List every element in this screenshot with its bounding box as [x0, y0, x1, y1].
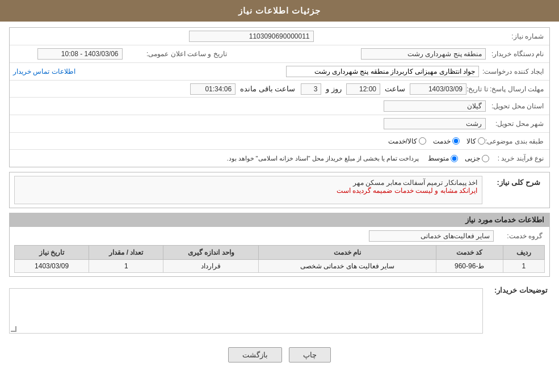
row-shahr: شهر محل تحویل:: [10, 115, 549, 133]
saat-input[interactable]: [346, 83, 380, 95]
mohlat-inputs: ساعت روز و ساعت باقی مانده: [190, 83, 466, 95]
tarikh-elaan-label: تاریخ و ساعت اعلان عمومی:: [146, 50, 229, 58]
row-nam-dastgah: نام دستگاه خریدار: تاریخ و ساعت اعلان عم…: [10, 45, 549, 63]
row-ijad-konande: ایجاد کننده درخواست: اطلاعات تماس خریدار: [10, 63, 549, 81]
print-button[interactable]: چاپ: [289, 347, 331, 363]
tosih-box[interactable]: [9, 288, 483, 334]
col-nam: نام خدمت: [259, 246, 436, 260]
tabaqe-kala-khedmat: کالا/خدمت: [388, 137, 426, 145]
buyer-desc-row: توضیحات خریدار:: [9, 281, 550, 340]
tabaqe-label: طبقه بندی موضوعی:: [485, 137, 546, 145]
tabaqe-khedmat-label: خدمت: [433, 137, 451, 145]
mande-input[interactable]: [190, 83, 236, 95]
col-kod: کد خدمت: [436, 246, 503, 260]
row-ostan: استان محل تحویل:: [10, 98, 549, 115]
farayand-motavaset-radio[interactable]: [451, 155, 458, 162]
mohlat-date-input[interactable]: [410, 83, 466, 95]
shahr-label: شهر محل تحویل:: [489, 120, 546, 128]
tabaqe-radio-group: کالا خدمت کالا/خدمت: [388, 137, 485, 145]
cell-kod: ط-96-960: [436, 260, 503, 273]
top-info-section: شماره نیاز: نام دستگاه خریدار: تاریخ و س…: [9, 27, 550, 167]
services-section: اطلاعات خدمات مورد نیاز گروه خدمت: ردیف …: [9, 213, 550, 277]
tabaqe-kala-radio[interactable]: [478, 137, 485, 145]
page-wrapper: جزئیات اطلاعات نیاز شماره نیاز: نام دستگ…: [0, 0, 559, 392]
rooz-label: روز و: [326, 85, 342, 93]
col-tedad: تعداد / مقدار: [89, 246, 163, 260]
sharh-label: شرح کلی نیاز:: [482, 176, 545, 187]
tarikh-elaan-input[interactable]: [37, 48, 123, 60]
cell-radif: 1: [503, 260, 544, 273]
ostan-input[interactable]: [384, 100, 486, 112]
farayand-jozii-label: جزیی: [465, 154, 480, 162]
tabaqe-kala-khedmat-label: کالا/خدمت: [388, 137, 417, 145]
tosih-label: توضیحات خریدار:: [487, 285, 550, 294]
mande-label: ساعت باقی مانده: [240, 85, 295, 93]
shomare-niaz-label: شماره نیاز:: [489, 32, 546, 40]
row-tabaqe: طبقه بندی موضوعی: کالا خدمت کالا/خدمت: [10, 133, 549, 150]
col-tarikh: تاریخ نیاز: [15, 246, 89, 260]
tabaqe-khedmat-radio[interactable]: [452, 137, 460, 145]
ostan-label: استان محل تحویل:: [489, 102, 546, 110]
sharh-line1: اخذ پیمانکار ترمیم آسفالت معابر مسکن مهر: [19, 179, 477, 187]
sharh-row: شرح کلی نیاز: اخذ پیمانکار ترمیم آسفالت …: [9, 172, 550, 208]
saat-label: ساعت: [385, 85, 405, 93]
row-shomare-niaz: شماره نیاز:: [10, 28, 549, 45]
page-title: جزئیات اطلاعات نیاز: [238, 6, 321, 15]
farayand-jozii-radio[interactable]: [482, 155, 489, 162]
row-mohlat: مهلت ارسال پاسخ: تا تاریخ: ساعت روز و سا…: [10, 81, 549, 98]
col-radif: ردیف: [503, 246, 544, 260]
ijad-konande-input[interactable]: [286, 66, 479, 77]
sharh-box: اخذ پیمانکار ترمیم آسفالت معابر مسکن مهر…: [14, 176, 482, 204]
cell-tedad: 1: [89, 260, 163, 273]
table-head: ردیف کد خدمت نام خدمت واحد اندازه گیری ت…: [15, 246, 545, 260]
button-row: چاپ بازگشت: [9, 340, 550, 372]
shahr-input[interactable]: [384, 118, 486, 129]
rooz-input[interactable]: [301, 83, 321, 95]
resize-handle: [11, 326, 16, 332]
farayand-note: پرداخت تمام یا بخشی از مبلغ خریداز محل "…: [226, 155, 419, 162]
tabaqe-kala-label: کالا: [466, 137, 476, 145]
tabaqe-kala-khedmat-radio[interactable]: [419, 137, 426, 145]
services-table: ردیف کد خدمت نام خدمت واحد اندازه گیری ت…: [14, 245, 545, 273]
etelaat-tamas-link[interactable]: اطلاعات تماس خریدار: [13, 68, 75, 75]
cell-nam: سایر فعالیت های خدماتی شخصی: [259, 260, 436, 273]
tabaqe-khedmat: خدمت: [433, 137, 460, 145]
back-button[interactable]: بازگشت: [228, 347, 282, 363]
grohe-row: گروه خدمت:: [14, 230, 545, 242]
mohlat-label: مهلت ارسال پاسخ: تا تاریخ:: [466, 85, 546, 93]
sharh-line2: ایرانکد مشابه و لیست خدمات ضمیمه گردیده …: [19, 187, 477, 195]
main-content: شماره نیاز: نام دستگاه خریدار: تاریخ و س…: [0, 22, 559, 377]
cell-tarikh: 1403/03/09: [15, 260, 89, 273]
nam-dastgah-label: نام دستگاه خریدار:: [489, 50, 546, 58]
services-title: اطلاعات خدمات مورد نیاز: [9, 213, 550, 227]
farayand-motavaset-label: متوسط: [428, 154, 449, 162]
table-body: 1 ط-96-960 سایر فعالیت های خدماتی شخصی ق…: [15, 260, 545, 273]
farayand-radio-group: جزیی متوسط: [428, 154, 489, 162]
ijad-konande-label: ایجاد کننده درخواست:: [482, 68, 546, 75]
farayand-jozii: جزیی: [465, 154, 489, 162]
farayand-motavaset: متوسط: [428, 154, 458, 162]
shomare-niaz-input[interactable]: [189, 31, 314, 42]
grohe-label: گروه خدمت:: [494, 232, 545, 240]
table-row: 1 ط-96-960 سایر فعالیت های خدماتی شخصی ق…: [15, 260, 545, 273]
nam-dastgah-input[interactable]: [361, 48, 486, 60]
no-farayand-label: نوع فرآیند خرید :: [489, 154, 546, 162]
page-header: جزئیات اطلاعات نیاز: [0, 0, 559, 22]
table-header-row: ردیف کد خدمت نام خدمت واحد اندازه گیری ت…: [15, 246, 545, 260]
grohe-input[interactable]: [369, 230, 494, 242]
tabaqe-kala: کالا: [466, 137, 485, 145]
row-no-farayand: نوع فرآیند خرید : جزیی متوسط پرداخت تمام…: [10, 150, 549, 167]
col-vahed: واحد اندازه گیری: [163, 246, 259, 260]
cell-vahed: قرارداد: [163, 260, 259, 273]
